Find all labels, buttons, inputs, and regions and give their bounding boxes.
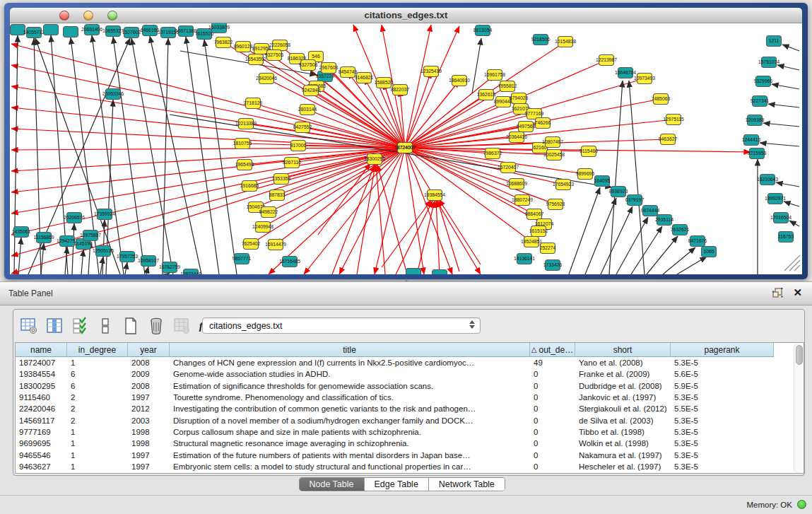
graph-node[interactable]: 1065 xyxy=(702,247,717,257)
graph-node[interactable]: 16671388 xyxy=(175,26,196,37)
table-cell[interactable]: Estimation of significance thresholds fo… xyxy=(170,380,530,392)
graph-node[interactable]: 7485063 xyxy=(652,94,671,105)
graph-node[interactable]: 18300295 xyxy=(364,154,385,165)
graph-node[interactable]: 6794028 xyxy=(510,93,529,104)
graph-node[interactable]: 12325419 xyxy=(420,66,442,77)
table-cell[interactable]: Disruption of a novel member of a sodium… xyxy=(170,414,530,426)
graph-node[interactable]: 16720407 xyxy=(498,163,519,173)
graph-node[interactable]: 16033809 xyxy=(208,23,230,33)
graph-node[interactable]: 17359924 xyxy=(94,209,115,220)
graph-node[interactable]: 116753 xyxy=(778,232,794,243)
graph-node[interactable]: 8267110 xyxy=(283,158,301,168)
table-cell[interactable]: Embryonic stem cells: a model to study s… xyxy=(170,461,530,472)
table-cell[interactable]: Wolkin et al. (1998) xyxy=(575,438,671,449)
table-cell[interactable]: 5.3E-5 xyxy=(671,426,774,438)
graph-node[interactable]: 18807249 xyxy=(512,195,533,206)
window-titlebar[interactable]: citations_edges.txt xyxy=(10,8,802,23)
graph-node[interactable]: 7986372 xyxy=(483,148,502,159)
graph-node[interactable]: 12213389 xyxy=(235,119,257,129)
table-cell[interactable]: Stergiakouli et al. (2012) xyxy=(575,403,671,414)
network-canvas[interactable]: 1405571220691406106553271527602646616010… xyxy=(10,23,802,274)
graph-node[interactable]: 12409948 xyxy=(252,222,273,233)
graph-node[interactable]: 1810755 xyxy=(233,139,252,149)
graph-node[interactable]: 22226058 xyxy=(269,40,290,51)
column-header-short[interactable]: short xyxy=(575,343,671,357)
column-header-title[interactable]: title xyxy=(170,343,530,357)
table-cell[interactable]: 0 xyxy=(530,414,575,426)
table-cell[interactable]: 5.3E-5 xyxy=(671,438,774,449)
graph-node[interactable]: 16648784 xyxy=(615,68,636,78)
graph-node[interactable]: 9115460 xyxy=(579,146,598,157)
table-cell[interactable]: 6 xyxy=(67,380,128,392)
graph-node[interactable]: 817006 xyxy=(290,141,307,151)
graph-node[interactable]: 17957253 xyxy=(117,252,138,262)
table-row[interactable]: 2242004622012Investigating the contribut… xyxy=(16,403,804,414)
table-cell[interactable]: Yano et al. (2008) xyxy=(575,357,671,368)
table-cell[interactable]: 9115460 xyxy=(16,392,67,403)
row-height-icon[interactable] xyxy=(95,316,115,336)
table-cell[interactable]: 2008 xyxy=(128,357,170,368)
table-cell[interactable]: 5.6E-5 xyxy=(671,368,774,380)
graph-node[interactable]: 9218506 xyxy=(531,35,551,45)
graph-node[interactable]: 9327505 xyxy=(265,50,284,61)
graph-node[interactable]: 1244413 xyxy=(742,135,761,146)
table-row[interactable]: 946554611997Estimation of the future num… xyxy=(16,449,804,460)
table-cell[interactable]: 1998 xyxy=(128,426,170,438)
table-cell[interactable]: 14569117 xyxy=(16,414,67,426)
table-cell[interactable]: 0 xyxy=(530,403,575,414)
table-row[interactable]: 1938455462009Genome-wide association stu… xyxy=(16,368,804,380)
table-cell[interactable]: Changes of HCN gene expression and I(f) … xyxy=(170,357,530,368)
table-cell[interactable]: 2008 xyxy=(128,380,170,392)
table-cell[interactable]: 2009 xyxy=(128,368,170,380)
table-row[interactable]: 977716911998Corpus callosum shape and si… xyxy=(16,426,804,438)
table-row[interactable]: 1456911722003Disruption of a novel membe… xyxy=(16,414,804,426)
table-cell[interactable]: 1 xyxy=(67,357,128,368)
vertical-scrollbar[interactable] xyxy=(794,344,803,473)
graph-node[interactable]: 9899695 xyxy=(576,169,595,180)
float-panel-icon[interactable] xyxy=(772,288,783,298)
graph-node[interactable]: 18992971 xyxy=(765,194,786,204)
graph-node[interactable]: 9884067 xyxy=(525,209,544,220)
new-column-icon[interactable] xyxy=(121,316,141,336)
table-cell[interactable]: 0 xyxy=(530,461,575,472)
graph-node[interactable]: 8960128 xyxy=(234,42,253,52)
table-cell[interactable]: 0 xyxy=(530,392,575,403)
graph-node[interactable]: 8215958 xyxy=(748,148,767,159)
table-cell[interactable]: Tourette syndrome. Phenomenology and cla… xyxy=(170,392,530,403)
table-cell[interactable]: 1 xyxy=(67,426,128,438)
table-cell[interactable]: 2012 xyxy=(128,403,170,414)
graph-node[interactable]: 12923448 xyxy=(180,269,201,275)
graph-node[interactable]: 6497568 xyxy=(517,122,536,132)
graph-node[interactable]: 9474444 xyxy=(641,206,660,216)
table-cell[interactable]: 2 xyxy=(67,403,128,414)
table-cell[interactable]: 5.3E-5 xyxy=(671,461,774,472)
table-cell[interactable]: Genome-wide association studies in ADHD. xyxy=(170,368,530,380)
graph-node[interactable]: 8822037 xyxy=(391,85,410,95)
graph-node[interactable]: 12213987 xyxy=(596,55,617,66)
table-cell[interactable]: Hescheler et al. (1997) xyxy=(575,461,671,472)
table-cell[interactable]: 5.3E-5 xyxy=(671,449,774,460)
table-cell[interactable]: Nakamura et al. (1997) xyxy=(575,449,671,460)
table-cell[interactable]: 2 xyxy=(67,392,128,403)
tab-node-table[interactable]: Node Table xyxy=(299,478,364,491)
table-row[interactable]: 1830029562008Estimation of significance … xyxy=(16,380,804,392)
close-panel-icon[interactable]: ✕ xyxy=(793,288,802,298)
table-cell[interactable]: 1998 xyxy=(128,438,170,449)
table-cell[interactable]: 0 xyxy=(530,449,575,460)
graph-node[interactable]: 1353359 xyxy=(272,174,291,185)
table-cell[interactable]: 5.3E-5 xyxy=(671,357,774,368)
minimize-window-button[interactable] xyxy=(83,11,93,21)
table-cell[interactable]: Franke et al. (2009) xyxy=(575,368,671,380)
graph-node[interactable]: 1527602 xyxy=(122,28,141,38)
graph-node[interactable]: 17654923 xyxy=(553,180,574,190)
close-window-button[interactable] xyxy=(59,11,69,21)
table-cell[interactable]: Jankovic et al. (1997) xyxy=(575,392,671,403)
graph-node[interactable]: 16914479 xyxy=(265,240,286,250)
graph-node[interactable]: 10154838 xyxy=(555,37,576,47)
graph-node[interactable]: 9756928 xyxy=(546,199,565,210)
graph-node[interactable]: 18640910 xyxy=(449,76,470,86)
graph-node[interactable]: 16210643 xyxy=(757,175,778,185)
graph-node[interactable]: 11156869 xyxy=(33,233,54,243)
graph-node[interactable]: 10655327 xyxy=(102,26,124,37)
table-settings-icon[interactable] xyxy=(19,316,39,336)
